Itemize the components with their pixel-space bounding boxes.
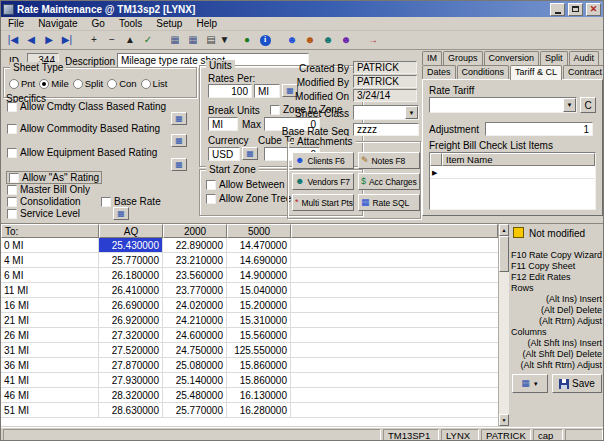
minimize-button[interactable] xyxy=(550,3,565,16)
base-rate-checkbox[interactable]: Base Rate xyxy=(101,196,161,207)
rate-cell[interactable]: 24.750000 xyxy=(163,343,227,357)
table-row[interactable]: 26 MI 27.320000 24.600000 15.560000 xyxy=(1,328,498,343)
rate-cell[interactable]: 25.140000 xyxy=(163,373,227,387)
scroll-down-button[interactable]: ▼ xyxy=(499,414,509,426)
rate-cell[interactable]: 16.280000 xyxy=(227,403,291,417)
adjustment-input[interactable]: 1 xyxy=(485,122,593,136)
table-row[interactable]: 6 MI 26.180000 23.560000 14.900000 xyxy=(1,268,498,283)
sheet-type-radio[interactable]: Con xyxy=(107,78,136,89)
table-row[interactable]: 0 MI 25.430000 22.890000 14.470000 xyxy=(1,238,498,253)
retrieve-button[interactable]: ▦ xyxy=(166,32,184,48)
rate-cell[interactable]: 15.560000 xyxy=(227,328,291,342)
column-header[interactable]: 5000 xyxy=(227,224,291,238)
grid-options-button[interactable]: ▦ ▼ xyxy=(512,374,548,393)
to-cell[interactable]: 36 MI xyxy=(1,358,99,372)
dropdown-button[interactable]: ▼ xyxy=(563,98,576,112)
rate-cell[interactable]: 16.130000 xyxy=(227,388,291,402)
allow-cmdty-class-checkbox[interactable]: Allow Cmdty Class Based Rating xyxy=(7,101,166,112)
sheet-type-radio[interactable]: List xyxy=(141,78,168,89)
info-button[interactable]: i xyxy=(256,32,274,48)
dropdown-button[interactable]: ▼ xyxy=(405,106,418,119)
to-cell[interactable]: 0 MI xyxy=(1,238,99,252)
commodity-lookup-button[interactable]: ▦ xyxy=(171,134,187,147)
tab[interactable]: Conditions xyxy=(457,65,510,79)
list-item[interactable]: ▶ xyxy=(430,166,595,179)
column-header[interactable]: To: xyxy=(1,224,99,238)
column-header[interactable]: AQ xyxy=(99,224,163,238)
rate-cell[interactable]: 24.210000 xyxy=(163,313,227,327)
go-button[interactable]: ● xyxy=(238,32,256,48)
notes-button[interactable]: ✎ Notes F8 xyxy=(358,152,420,169)
grid-view-button[interactable]: ▦ xyxy=(184,32,202,48)
tab[interactable]: Dates xyxy=(422,65,456,79)
rate-tariff-select[interactable]: ▼ xyxy=(429,97,577,113)
commit-button[interactable]: ✓ xyxy=(139,32,157,48)
to-cell[interactable]: 46 MI xyxy=(1,388,99,402)
to-cell[interactable]: 41 MI xyxy=(1,373,99,387)
sheet-type-radio[interactable]: Mile xyxy=(39,78,68,89)
tab[interactable]: Groups xyxy=(443,51,483,65)
service-level-checkbox[interactable]: Service Level xyxy=(7,208,80,219)
rate-cell[interactable]: 26.410000 xyxy=(99,283,163,297)
menu-item[interactable]: File xyxy=(1,17,31,30)
last-record-button[interactable]: ▶| xyxy=(58,32,76,48)
rate-cell[interactable]: 22.890000 xyxy=(163,238,227,252)
rate-cell[interactable]: 28.320000 xyxy=(99,388,163,402)
table-row[interactable]: 31 MI 27.520000 24.750000 125.550000 xyxy=(1,343,498,358)
rate-cell[interactable]: 26.180000 xyxy=(99,268,163,282)
prev-record-button[interactable]: ◀ xyxy=(22,32,40,48)
allow-as-rating-checkbox[interactable]: Allow "As" Rating xyxy=(6,171,102,184)
to-cell[interactable]: 51 MI xyxy=(1,403,99,417)
currency-input[interactable]: USD xyxy=(208,147,240,161)
rate-cell[interactable]: 27.520000 xyxy=(99,343,163,357)
close-button[interactable]: ✕ xyxy=(586,3,601,16)
rate-cell[interactable]: 25.770000 xyxy=(99,253,163,267)
rate-cell[interactable]: 27.870000 xyxy=(99,358,163,372)
master-bill-only-checkbox[interactable]: Master Bill Only xyxy=(7,184,90,195)
to-cell[interactable]: 16 MI xyxy=(1,298,99,312)
cmdty-class-lookup-button[interactable]: ▦ xyxy=(171,112,187,125)
delete-record-button[interactable]: − xyxy=(103,32,121,48)
rate-cell[interactable]: 15.040000 xyxy=(227,283,291,297)
allow-equipment-checkbox[interactable]: Allow Equipment Based Rating xyxy=(7,147,157,158)
rate-cell[interactable]: 25.080000 xyxy=(163,358,227,372)
adjust-button[interactable]: ▲ xyxy=(121,32,139,48)
first-record-button[interactable]: |◀ xyxy=(4,32,22,48)
to-cell[interactable]: 4 MI xyxy=(1,253,99,267)
start-zone-checkbox[interactable]: Allow Zone Tree xyxy=(206,193,294,204)
next-record-button[interactable]: ▶ xyxy=(40,32,58,48)
break-units-input[interactable]: MI xyxy=(208,117,238,131)
equipment-lookup-button[interactable]: ▦ xyxy=(171,158,187,171)
rate-cell[interactable]: 14.470000 xyxy=(227,238,291,252)
scroll-up-button[interactable]: ▲ xyxy=(499,224,509,236)
table-row[interactable]: 21 MI 26.920000 24.210000 15.310000 xyxy=(1,313,498,328)
sheet-type-radio[interactable]: Split xyxy=(73,78,103,89)
menu-item[interactable]: Navigate xyxy=(31,17,84,30)
add-record-button[interactable]: + xyxy=(85,32,103,48)
rate-sql-button[interactable]: ▦ Rate SQL xyxy=(358,194,420,211)
service-level-lookup-button[interactable]: ▦ xyxy=(113,207,129,220)
rate-cell[interactable]: 25.430000 xyxy=(99,238,163,252)
c-button[interactable]: C xyxy=(580,97,596,113)
rate-cell[interactable]: 27.930000 xyxy=(99,373,163,387)
table-row[interactable]: 4 MI 25.770000 23.210000 14.690000 xyxy=(1,253,498,268)
rate-cell[interactable]: 15.860000 xyxy=(227,358,291,372)
to-cell[interactable]: 26 MI xyxy=(1,328,99,342)
to-cell[interactable]: 6 MI xyxy=(1,268,99,282)
to-cell[interactable]: 11 MI xyxy=(1,283,99,297)
table-row[interactable]: 51 MI 28.630000 25.770000 16.280000 xyxy=(1,403,498,418)
currency-lookup-button[interactable]: ▦ xyxy=(242,147,258,160)
rate-cell[interactable]: 15.310000 xyxy=(227,313,291,327)
clients-button[interactable]: ☻ Clients F6 xyxy=(292,152,354,169)
freight-checklist[interactable]: Item Name ▶ xyxy=(429,152,596,210)
menu-item[interactable]: Go xyxy=(85,17,112,30)
grid-vertical-scrollbar[interactable]: ▲ ▼ xyxy=(498,223,509,426)
tab[interactable]: IM xyxy=(422,51,442,65)
tab[interactable]: Contract xyxy=(563,65,604,79)
user-icon-button[interactable]: ☻ xyxy=(337,32,355,48)
carrier-icon-button[interactable]: ☻ xyxy=(301,32,319,48)
rate-cell[interactable]: 14.900000 xyxy=(227,268,291,282)
rate-cell[interactable]: 24.020000 xyxy=(163,298,227,312)
table-row[interactable]: 36 MI 27.870000 25.080000 15.860000 xyxy=(1,358,498,373)
tab[interactable]: Audit xyxy=(569,51,600,65)
